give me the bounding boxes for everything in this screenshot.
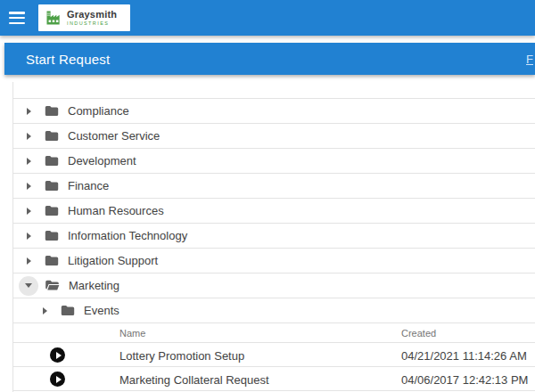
start-request-play-icon[interactable] bbox=[50, 372, 65, 387]
column-header-name: Name bbox=[119, 328, 145, 339]
tree-item-information-technology[interactable]: Information Technology bbox=[13, 224, 535, 249]
truncated-header-link[interactable]: F bbox=[526, 53, 533, 66]
folder-icon bbox=[45, 205, 59, 216]
panel-top-spacer bbox=[13, 82, 535, 99]
factory-icon bbox=[45, 9, 62, 27]
tree-item-label: Events bbox=[84, 304, 119, 317]
folder-icon bbox=[45, 130, 59, 142]
page-header-bar: Start Request F bbox=[4, 43, 535, 75]
expand-caret-icon[interactable] bbox=[19, 201, 38, 221]
app-bar: Graysmith INDUSTRIES bbox=[0, 0, 535, 36]
start-request-play-icon[interactable] bbox=[50, 347, 65, 363]
logo-company-name: Graysmith bbox=[67, 10, 117, 20]
expand-caret-icon[interactable] bbox=[19, 127, 38, 146]
folder-open-icon bbox=[45, 280, 60, 291]
request-browser-panel: Compliance Customer Service Development … bbox=[12, 82, 535, 392]
tree-item-litigation-support[interactable]: Litigation Support bbox=[13, 249, 535, 274]
tree-item-label: Compliance bbox=[68, 104, 129, 118]
expand-caret-icon[interactable] bbox=[19, 251, 38, 271]
column-header-created: Created bbox=[401, 328, 436, 339]
expand-caret-icon[interactable] bbox=[19, 176, 38, 196]
tree-item-label: Customer Service bbox=[68, 129, 160, 143]
tree-item-marketing[interactable]: Marketing bbox=[13, 274, 535, 298]
folder-icon bbox=[61, 305, 75, 316]
tree-item-compliance[interactable]: Compliance bbox=[13, 99, 535, 124]
logo-company-subtitle: INDUSTRIES bbox=[67, 21, 117, 27]
folder-icon bbox=[45, 230, 59, 241]
tree-item-label: Information Technology bbox=[68, 229, 187, 242]
tree-item-events[interactable]: Events bbox=[13, 298, 535, 323]
expand-caret-icon[interactable] bbox=[19, 226, 38, 246]
folder-icon bbox=[45, 155, 59, 167]
request-created-date: 04/06/2017 12:42:13 PM bbox=[401, 373, 528, 387]
logo-text: Graysmith INDUSTRIES bbox=[67, 10, 117, 27]
folder-icon bbox=[45, 255, 59, 266]
request-created-date: 04/21/2021 11:14:26 AM bbox=[401, 349, 527, 363]
table-row[interactable]: Marketing Collateral Request 04/06/2017 … bbox=[13, 367, 535, 391]
tree-item-label: Development bbox=[68, 154, 136, 167]
tree-item-human-resources[interactable]: Human Resources bbox=[13, 199, 535, 224]
folder-icon bbox=[45, 105, 59, 117]
requests-table-header: Name Created bbox=[13, 323, 535, 343]
tree-item-label: Finance bbox=[68, 179, 109, 192]
company-logo[interactable]: Graysmith INDUSTRIES bbox=[38, 4, 130, 31]
tree-item-label: Marketing bbox=[69, 279, 119, 292]
tree-item-customer-service[interactable]: Customer Service bbox=[13, 124, 535, 149]
folder-icon bbox=[45, 180, 59, 192]
tree-item-finance[interactable]: Finance bbox=[13, 174, 535, 199]
collapse-caret-icon[interactable] bbox=[19, 276, 38, 296]
expand-caret-icon[interactable] bbox=[19, 151, 38, 171]
request-name: Lottery Promotion Setup bbox=[119, 349, 244, 363]
tree-item-label: Litigation Support bbox=[68, 254, 158, 267]
request-name: Marketing Collateral Request bbox=[119, 373, 269, 387]
expand-caret-icon[interactable] bbox=[19, 102, 38, 121]
menu-icon[interactable] bbox=[9, 12, 25, 24]
tree-item-label: Human Resources bbox=[68, 204, 164, 217]
table-row[interactable]: Lottery Promotion Setup 04/21/2021 11:14… bbox=[13, 343, 535, 367]
expand-caret-icon[interactable] bbox=[35, 301, 54, 321]
content-area: Compliance Customer Service Development … bbox=[0, 82, 535, 392]
bar-gap bbox=[0, 36, 535, 43]
page-title: Start Request bbox=[26, 52, 110, 67]
tree-item-development[interactable]: Development bbox=[13, 149, 535, 174]
